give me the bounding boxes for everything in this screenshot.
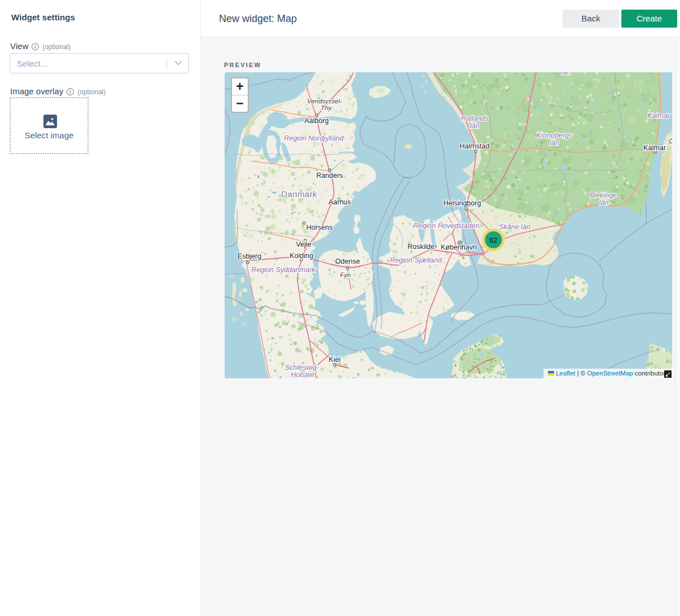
svg-text:län: län <box>561 72 571 76</box>
svg-text:Kalmar: Kalmar <box>643 144 666 152</box>
svg-text:København: København <box>441 243 477 251</box>
svg-text:Aarhus: Aarhus <box>328 198 351 206</box>
svg-text:Region Hovedstaden: Region Hovedstaden <box>414 222 480 230</box>
svg-text:Roskilde: Roskilde <box>407 243 435 251</box>
svg-text:Region Nordjylland: Region Nordjylland <box>284 134 344 142</box>
svg-text:Kolding: Kolding <box>289 252 313 260</box>
svg-text:Hallands: Hallands <box>461 115 489 123</box>
svg-text:Region Syddanmark: Region Syddanmark <box>251 266 315 274</box>
svg-text:Helsingborg: Helsingborg <box>444 199 481 207</box>
svg-text:62: 62 <box>489 236 497 244</box>
svg-text:Kronobergs: Kronobergs <box>536 132 573 139</box>
svg-text:län: län <box>599 199 609 207</box>
svg-text:län: län <box>470 122 480 130</box>
svg-text:Esbjerg: Esbjerg <box>238 252 261 260</box>
svg-text:Randers: Randers <box>316 172 343 180</box>
svg-text:Region Sjælland: Region Sjælland <box>390 256 442 264</box>
svg-text:Schleswig-: Schleswig- <box>285 364 319 372</box>
svg-text:Odense: Odense <box>335 257 360 265</box>
svg-text:Danmark: Danmark <box>281 189 317 199</box>
svg-text:Aalborg: Aalborg <box>304 117 328 125</box>
svg-text:Blekinge: Blekinge <box>590 191 617 199</box>
svg-text:Fyn: Fyn <box>340 272 350 278</box>
svg-text:Kalmar: Kalmar <box>647 112 670 120</box>
svg-text:Vendsyssel-: Vendsyssel- <box>307 98 342 104</box>
svg-text:Kiel: Kiel <box>329 356 341 364</box>
svg-text:Öla: Öla <box>669 138 672 145</box>
svg-text:Horsens: Horsens <box>306 224 333 231</box>
svg-text:Thy: Thy <box>321 104 332 111</box>
svg-text:Holstein: Holstein <box>291 371 316 378</box>
svg-text:Skåne län: Skåne län <box>499 223 530 231</box>
svg-text:Halmstad: Halmstad <box>460 142 490 150</box>
svg-text:Vejle: Vejle <box>296 241 311 248</box>
svg-text:län: län <box>550 139 559 147</box>
